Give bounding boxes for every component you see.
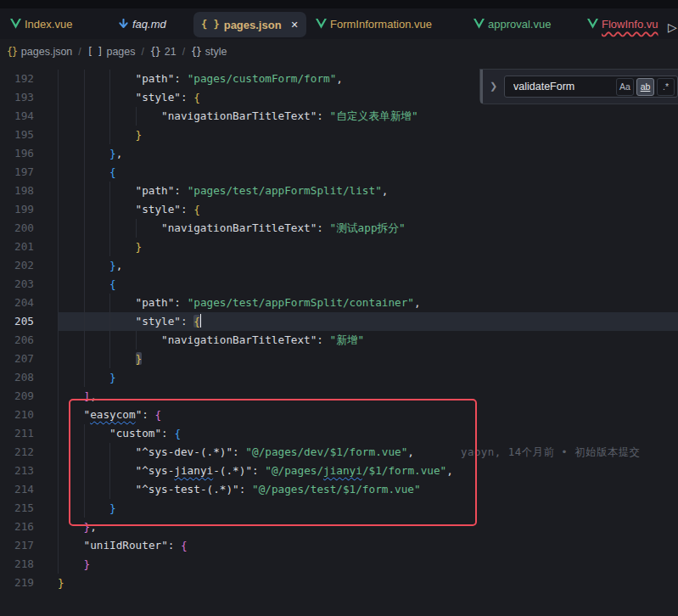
tab-approval-vue[interactable]: approval.vue <box>463 8 575 39</box>
code-text[interactable]: } <box>109 499 116 518</box>
line-number[interactable]: 219 <box>0 574 34 592</box>
code-line[interactable]: 211"custom": { <box>0 424 678 443</box>
line-number[interactable]: 199 <box>0 200 34 219</box>
code-line[interactable]: 218} <box>0 555 678 574</box>
tab-pages-json[interactable]: { } pages.json ✕ <box>193 12 306 37</box>
code-text[interactable]: } <box>136 238 143 256</box>
code-text[interactable]: { <box>109 275 116 294</box>
code-text[interactable]: } <box>84 555 91 574</box>
code-line[interactable]: 201} <box>0 238 678 256</box>
find-widget-resize-sash[interactable] <box>480 70 483 104</box>
line-number[interactable]: 215 <box>0 499 34 518</box>
code-line[interactable]: 205"style": { <box>0 312 678 331</box>
code-line[interactable]: 197{ <box>0 163 678 182</box>
code-text[interactable]: }, <box>109 144 122 163</box>
line-number[interactable]: 200 <box>0 219 34 238</box>
code-text[interactable]: } <box>136 350 143 368</box>
code-line[interactable]: 213"^sys-jianyi-(.*)": "@/pages/jianyi/$… <box>0 462 678 480</box>
tab-forminformation-vue[interactable]: FormInformation.vue <box>305 8 475 39</box>
line-number[interactable]: 195 <box>0 126 34 144</box>
code-line[interactable]: 206"navigationBarTitleText": "新增" <box>0 331 678 350</box>
line-number[interactable]: 208 <box>0 368 34 387</box>
code-line[interactable]: 199"style": { <box>0 200 678 219</box>
code-text[interactable]: "navigationBarTitleText": "测试app拆分" <box>161 219 406 238</box>
line-number[interactable]: 213 <box>0 462 34 480</box>
line-number[interactable]: 192 <box>0 70 34 88</box>
code-line[interactable]: 194"navigationBarTitleText": "自定义表单新增" <box>0 107 678 126</box>
code-line[interactable]: 210"easycom": { <box>0 406 678 424</box>
code-text[interactable]: "^sys-test-(.*)": "@/pages/test/$1/form.… <box>136 480 421 499</box>
code-line[interactable]: 214"^sys-test-(.*)": "@/pages/test/$1/fo… <box>0 480 678 499</box>
line-number[interactable]: 193 <box>0 88 34 107</box>
code-line[interactable]: 209], <box>0 387 678 406</box>
code-line[interactable]: 216}, <box>0 518 678 536</box>
code-editor[interactable]: 192"path": "pages/customForm/form",193"s… <box>0 64 678 616</box>
code-line[interactable]: 217"uniIdRouter": { <box>0 536 678 555</box>
code-text[interactable]: "^sys-jianyi-(.*)": "@/pages/jianyi/$1/f… <box>136 462 453 480</box>
line-number[interactable]: 198 <box>0 182 34 200</box>
expand-replace-chevron-icon[interactable]: ❯ <box>490 81 497 92</box>
line-number[interactable]: 212 <box>0 443 34 462</box>
code-text[interactable]: "uniIdRouter": { <box>84 536 188 555</box>
code-text[interactable]: } <box>58 574 64 592</box>
code-text[interactable]: "custom": { <box>109 424 181 443</box>
line-number[interactable]: 201 <box>0 238 34 256</box>
code-text[interactable]: "style": { <box>136 200 200 219</box>
line-number[interactable]: 203 <box>0 275 34 294</box>
code-text[interactable]: } <box>136 126 143 144</box>
line-number[interactable]: 194 <box>0 107 34 126</box>
code-text[interactable]: "path": "pages/test/appFormSplit/contain… <box>136 294 421 312</box>
code-line[interactable]: 212"^sys-dev-(.*)": "@/pages/dev/$1/form… <box>0 443 678 462</box>
code-line[interactable]: 202}, <box>0 256 678 275</box>
line-number[interactable]: 207 <box>0 350 34 368</box>
line-number[interactable]: 205 <box>0 312 34 331</box>
code-text[interactable]: } <box>109 368 116 387</box>
line-number[interactable]: 206 <box>0 331 34 350</box>
code-line[interactable]: 198"path": "pages/test/appFormSplit/list… <box>0 182 678 200</box>
line-number[interactable]: 196 <box>0 144 34 163</box>
code-text[interactable]: }, <box>84 518 97 536</box>
code-text[interactable]: "path": "pages/customForm/form", <box>136 70 343 88</box>
match-case-icon[interactable]: Aa <box>616 78 634 96</box>
code-text[interactable]: }, <box>109 256 122 275</box>
line-number[interactable]: 217 <box>0 536 34 555</box>
tab-faq-md[interactable]: faq.md <box>108 8 188 39</box>
tab-index-vue[interactable]: Index.vue <box>0 8 114 39</box>
line-number[interactable]: 204 <box>0 294 34 312</box>
line-number[interactable]: 214 <box>0 480 34 499</box>
breadcrumb-item-pages[interactable]: [ ] pages <box>87 46 136 58</box>
code-text[interactable]: "navigationBarTitleText": "新增" <box>161 331 364 350</box>
line-number[interactable]: 218 <box>0 555 34 574</box>
line-number[interactable]: 216 <box>0 518 34 536</box>
line-number[interactable]: 211 <box>0 424 34 443</box>
code-text[interactable]: "^sys-dev-(.*)": "@/pages/dev/$1/form.vu… <box>136 443 641 462</box>
tab-close-icon[interactable]: ✕ <box>288 18 301 31</box>
code-line[interactable]: 208} <box>0 368 678 387</box>
tab-flowinfo-vue[interactable]: FlowInfo.vu <box>577 8 677 39</box>
code-line[interactable]: 215} <box>0 499 678 518</box>
code-line[interactable]: 219} <box>0 574 678 592</box>
breadcrumb-item-21[interactable]: {} 21 <box>150 46 177 58</box>
code-line[interactable]: 203{ <box>0 275 678 294</box>
whole-word-icon[interactable]: ab <box>636 78 654 96</box>
code-text[interactable]: "style": { <box>136 312 202 331</box>
line-number[interactable]: 202 <box>0 256 34 275</box>
code-line[interactable]: 196}, <box>0 144 678 163</box>
tab-scroll-right-icon[interactable]: ▷ <box>668 20 677 34</box>
code-line[interactable]: 204"path": "pages/test/appFormSplit/cont… <box>0 294 678 312</box>
code-text[interactable]: "style": { <box>136 88 200 107</box>
line-number[interactable]: 197 <box>0 163 34 182</box>
code-line[interactable]: 195} <box>0 126 678 144</box>
code-text[interactable]: "navigationBarTitleText": "自定义表单新增" <box>161 107 418 126</box>
line-number[interactable]: 209 <box>0 387 34 406</box>
line-number[interactable]: 210 <box>0 406 34 424</box>
code-text[interactable]: ], <box>84 387 97 406</box>
code-line[interactable]: 200"navigationBarTitleText": "测试app拆分" <box>0 219 678 238</box>
code-text[interactable]: "easycom": { <box>84 406 162 424</box>
breadcrumb-item-style[interactable]: {} style <box>191 46 227 58</box>
breadcrumb-item-file[interactable]: {} pages.json <box>7 46 72 58</box>
find-query-input[interactable] <box>505 81 616 92</box>
code-text[interactable]: { <box>109 163 116 182</box>
code-line[interactable]: 207} <box>0 350 678 368</box>
code-text[interactable]: "path": "pages/test/appFormSplit/list", <box>136 182 389 200</box>
